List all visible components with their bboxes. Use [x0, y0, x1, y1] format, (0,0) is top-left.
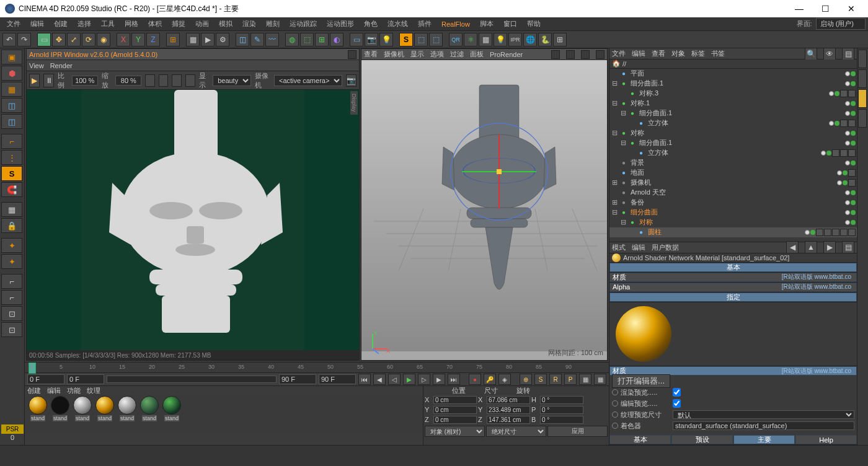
tree-row[interactable]: ⊟●细分曲面.1	[609, 138, 857, 148]
obj-menu-item[interactable]: 文件	[612, 49, 626, 58]
model-mode-btn[interactable]: ⬢	[1, 66, 22, 81]
obj-menu-item[interactable]: 对象	[671, 49, 685, 58]
generator-array-btn[interactable]: ⊞	[315, 33, 329, 46]
ipr-pause-btn[interactable]: ⏸	[43, 74, 54, 87]
render-pv-btn[interactable]: ▦	[186, 33, 200, 46]
rotate-btn[interactable]: ⟳	[82, 33, 95, 46]
rstrip-btn3[interactable]	[858, 89, 867, 108]
attr-btab-main[interactable]: 主要	[733, 435, 795, 444]
snap-toggle-btn[interactable]: ▦	[1, 202, 22, 217]
material-item[interactable]: stand	[94, 396, 115, 432]
vp-menu-item[interactable]: 面板	[470, 50, 484, 59]
menu-item[interactable]: 帮助	[523, 18, 545, 30]
attr-btab-preset[interactable]: 预设	[671, 435, 733, 444]
coord-pos-input[interactable]	[433, 396, 477, 404]
generator-extrude-btn[interactable]: ⬚	[300, 33, 314, 46]
menu-item[interactable]: 编辑	[26, 18, 48, 30]
prev-key-btn[interactable]: ◀	[373, 374, 386, 385]
attr-menu-item[interactable]: 用户数据	[652, 243, 679, 252]
obj-menu-item[interactable]: 查看	[652, 49, 665, 58]
play-fwd-btn[interactable]: ▶	[403, 374, 415, 385]
menu-item[interactable]: 脚本	[476, 18, 498, 30]
menu-item[interactable]: 模拟	[215, 18, 237, 30]
vp-menu-item[interactable]: 过滤	[450, 50, 464, 59]
orange-s-btn[interactable]: S	[1, 166, 22, 181]
material-item[interactable]: stand	[72, 396, 93, 432]
tree-row[interactable]: ●背景	[609, 158, 857, 168]
object-mode-btn[interactable]: ◫	[1, 114, 22, 129]
redo-btn[interactable]: ↷	[17, 33, 31, 46]
prop-select[interactable]: 默认	[673, 410, 854, 419]
undo-btn[interactable]: ↶	[2, 33, 16, 46]
ipr-snapshot-btn[interactable]: 📷	[346, 74, 356, 87]
menu-item[interactable]: 体积	[144, 18, 166, 30]
time-end-input[interactable]	[279, 374, 316, 384]
attr-menu-item[interactable]: 编辑	[632, 243, 645, 252]
workplane-btn[interactable]: ◫	[1, 98, 22, 113]
time-end2-input[interactable]	[319, 374, 356, 384]
coord-pos-input[interactable]	[433, 416, 477, 424]
vp-btn1[interactable]	[551, 50, 560, 59]
prim-cube-btn[interactable]: ◫	[236, 33, 249, 46]
ipr-opt1[interactable]	[145, 74, 155, 87]
rstrip-btn4[interactable]	[858, 109, 867, 128]
tree-row[interactable]: ⊟●细分曲面.1	[609, 108, 857, 118]
vp-btn2[interactable]	[566, 50, 575, 59]
goto-end-btn[interactable]: ⏭	[448, 374, 460, 385]
attr-tab-basic[interactable]: 基本	[609, 263, 857, 272]
menu-item[interactable]: 渲染	[238, 18, 260, 30]
time-start-input[interactable]	[27, 374, 64, 384]
open-editor-btn[interactable]: 打开编辑器...	[612, 374, 670, 388]
obj-view-btn[interactable]: 👁	[823, 48, 836, 60]
light-bulb-btn[interactable]: 💡	[494, 33, 507, 46]
axis-x-btn[interactable]: X	[117, 33, 130, 46]
tree-row[interactable]: ●平面	[609, 69, 857, 79]
obj-menu-item[interactable]: 编辑	[632, 49, 645, 58]
obj-menu-item[interactable]: 书签	[711, 49, 725, 58]
lock-btn[interactable]: 🔒	[1, 218, 22, 233]
window-max[interactable]: ☐	[813, 1, 837, 16]
axis-z-btn[interactable]: Z	[146, 33, 160, 46]
texture-mode-btn[interactable]: ▦	[1, 82, 22, 97]
material-item[interactable]: stand	[161, 396, 182, 432]
ipr-tab-view[interactable]: View	[29, 62, 44, 69]
render-active-btn[interactable]: ▶	[201, 33, 215, 46]
tree-row[interactable]: ⊟●对称.1	[609, 99, 857, 108]
python-btn[interactable]: 🐍	[538, 33, 552, 46]
menu-item[interactable]: 创建	[50, 18, 72, 30]
layout-dropdown[interactable]: 启动 (用户)	[816, 18, 866, 30]
arnold-mat2-btn[interactable]: ⬚	[429, 33, 443, 46]
vp-menu-item[interactable]: 查看	[364, 50, 378, 59]
render-settings-btn[interactable]: ⚙	[216, 33, 229, 46]
attr-tab-material[interactable]: 材质[R站双语版 www.btbat.co	[609, 273, 857, 282]
autokey-btn[interactable]: 🔑	[484, 374, 496, 385]
attr-btab-help[interactable]: Help	[795, 435, 857, 444]
vp-btn3[interactable]	[581, 50, 590, 59]
tree-row[interactable]: ⊟●细分曲面	[609, 208, 857, 218]
attr-btab-basic[interactable]: 基本	[609, 435, 671, 444]
ipr-display-select[interactable]: beauty	[213, 75, 251, 86]
time-current-input[interactable]	[67, 374, 104, 384]
menu-realflow[interactable]: RealFlow	[437, 19, 474, 29]
obj-menu-item[interactable]: 标签	[691, 49, 705, 58]
mat-menu-item[interactable]: 创建	[27, 386, 41, 395]
prop-checkbox[interactable]	[673, 388, 681, 397]
rec-rot-btn[interactable]: R	[549, 374, 562, 385]
coord-rot-input[interactable]	[540, 406, 583, 414]
scene-cam-btn[interactable]: 📷	[365, 33, 378, 46]
coord-apply-btn[interactable]: 应用	[547, 426, 608, 437]
arnold-mat-btn[interactable]: ⬚	[414, 33, 428, 46]
scene-light-btn[interactable]: 💡	[379, 33, 393, 46]
plugin-btn[interactable]: ▦	[479, 33, 492, 46]
ipr-tab-render[interactable]: Render	[50, 62, 73, 69]
menu-item[interactable]: 窗口	[499, 18, 521, 30]
tree-row[interactable]: ●立方体	[609, 118, 857, 128]
obj-search-btn[interactable]: 🔍	[805, 48, 817, 60]
goto-start-btn[interactable]: ⏮	[358, 374, 371, 385]
psr-zero[interactable]: 0	[1, 434, 24, 441]
ipr-zoom-input[interactable]	[115, 76, 141, 86]
material-item[interactable]: stand	[139, 396, 160, 432]
menu-item[interactable]: 文件	[2, 18, 25, 30]
tool6-btn[interactable]: ⊡	[1, 322, 22, 337]
menu-item[interactable]: 工具	[97, 18, 119, 30]
